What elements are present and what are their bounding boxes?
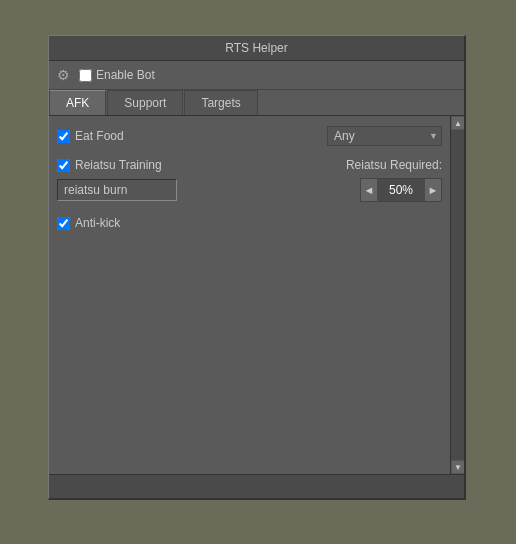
window-title: RTS Helper (225, 41, 287, 55)
reiatsu-section: Reiatsu Training Reiatsu Required: ◄ 50%… (57, 158, 442, 202)
eat-food-text: Eat Food (75, 129, 124, 143)
anti-kick-section: Anti-kick (57, 216, 442, 230)
tab-targets[interactable]: Targets (184, 90, 257, 115)
reiatsu-top-row: Reiatsu Training Reiatsu Required: (57, 158, 442, 172)
reiatsu-burn-input[interactable] (57, 179, 177, 201)
enable-bot-text: Enable Bot (96, 68, 155, 82)
tab-afk[interactable]: AFK (49, 90, 106, 115)
eat-food-label[interactable]: Eat Food (57, 129, 124, 143)
reiatsu-spinner: ◄ 50% ► (360, 178, 442, 202)
tab-bar: AFK Support Targets (49, 90, 464, 116)
spinner-increase-button[interactable]: ► (425, 179, 441, 201)
eat-food-checkbox[interactable] (57, 130, 70, 143)
toolbar: ⚙ Enable Bot (49, 61, 464, 90)
scroll-down-button[interactable]: ▼ (451, 460, 464, 474)
spinner-value: 50% (377, 181, 425, 199)
scroll-down-icon: ▼ (454, 463, 462, 472)
reiatsu-training-label[interactable]: Reiatsu Training (57, 158, 162, 172)
arrow-right-icon: ► (428, 184, 439, 196)
scroll-up-button[interactable]: ▲ (451, 116, 464, 130)
content-area: Eat Food Any Food 1 Food 2 ▼ Reiatsu T (49, 116, 450, 474)
reiatsu-bottom-row: ◄ 50% ► (57, 178, 442, 202)
reiatsu-training-checkbox[interactable] (57, 159, 70, 172)
title-bar: RTS Helper (49, 36, 464, 61)
scrollbar[interactable]: ▲ ▼ (450, 116, 464, 474)
gear-icon[interactable]: ⚙ (57, 67, 73, 83)
scroll-up-icon: ▲ (454, 119, 462, 128)
anti-kick-text: Anti-kick (75, 216, 120, 230)
status-bar (49, 474, 464, 498)
eat-food-section: Eat Food Any Food 1 Food 2 ▼ (57, 126, 442, 146)
main-window: RTS Helper ⚙ Enable Bot AFK Support Targ… (48, 35, 466, 500)
enable-bot-checkbox[interactable] (79, 69, 92, 82)
anti-kick-checkbox[interactable] (57, 217, 70, 230)
eat-food-dropdown-wrapper: Any Food 1 Food 2 ▼ (327, 126, 442, 146)
reiatsu-training-text: Reiatsu Training (75, 158, 162, 172)
reiatsu-required-label: Reiatsu Required: (346, 158, 442, 172)
anti-kick-label[interactable]: Anti-kick (57, 216, 120, 230)
enable-bot-label[interactable]: Enable Bot (79, 68, 155, 82)
eat-food-dropdown[interactable]: Any Food 1 Food 2 (327, 126, 442, 146)
tab-support[interactable]: Support (107, 90, 183, 115)
arrow-left-icon: ◄ (364, 184, 375, 196)
spinner-decrease-button[interactable]: ◄ (361, 179, 377, 201)
